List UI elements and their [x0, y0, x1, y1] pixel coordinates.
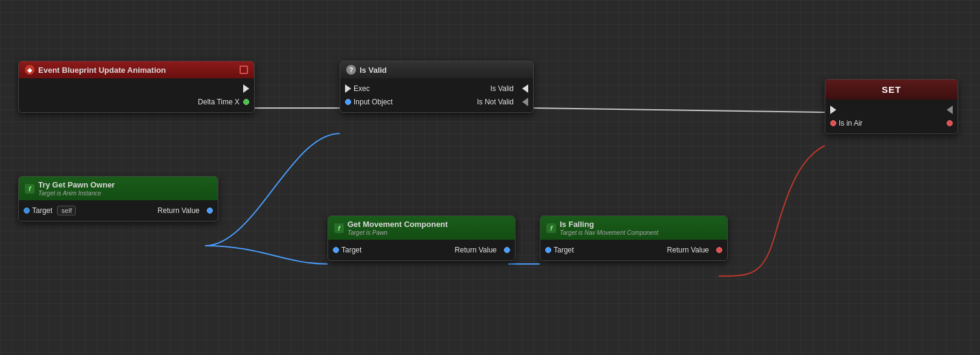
- set-is-in-air-in: Is in Air: [830, 119, 862, 127]
- get-movement-icon: f: [334, 223, 344, 233]
- is-valid-title: Is Valid: [360, 66, 387, 75]
- is-falling-node: f Is Falling Target is Nav Movement Comp…: [540, 215, 728, 261]
- set-is-in-air-row: Is in Air: [825, 117, 958, 130]
- set-node-header: SET: [825, 79, 958, 100]
- get-movement-target-in: Target: [333, 246, 361, 254]
- is-falling-header-text: Is Falling Target is Nav Movement Compon…: [560, 220, 659, 236]
- event-exec-out-row: [19, 82, 254, 95]
- set-exec-in-pin: [830, 106, 836, 114]
- get-movement-subtitle: Target is Pawn: [347, 229, 448, 236]
- is-valid-exec-in-label: Exec: [354, 84, 370, 93]
- is-valid-exec-in-pin: [345, 84, 351, 93]
- event-delta-time-pin: [243, 99, 249, 105]
- event-node-title: Event Blueprint Update Animation: [38, 66, 166, 75]
- get-movement-return-label: Return Value: [455, 246, 497, 254]
- try-get-pawn-return-label: Return Value: [158, 206, 200, 215]
- try-get-pawn-header: f Try Get Pawn Owner Target is Anim Inst…: [19, 177, 218, 200]
- get-movement-body: Target Return Value: [328, 240, 515, 260]
- is-valid-body: Exec Is Valid Input Object Is Not Valid: [340, 78, 533, 112]
- is-falling-return: Return Value: [667, 246, 722, 254]
- is-valid-exec-out: Is Valid: [491, 84, 528, 93]
- try-get-pawn-icon: f: [25, 184, 35, 194]
- try-get-pawn-return-pin: [207, 208, 213, 214]
- try-get-pawn-node: f Try Get Pawn Owner Target is Anim Inst…: [18, 176, 218, 221]
- get-movement-target-pin: [333, 247, 339, 253]
- event-delta-time-row: Delta Time X: [19, 95, 254, 109]
- event-close-icon[interactable]: [240, 66, 248, 74]
- try-get-pawn-title: Try Get Pawn Owner: [38, 180, 115, 189]
- get-movement-node: f Get Movement Component Target is Pawn …: [327, 215, 515, 261]
- get-movement-target-row: Target Return Value: [328, 243, 515, 257]
- try-get-pawn-target-label: Target: [32, 206, 52, 215]
- get-movement-target-label: Target: [341, 246, 361, 254]
- event-exec-out-pin: [243, 84, 249, 93]
- is-not-valid-pin: [522, 98, 528, 106]
- try-get-pawn-target-row: Target self Return Value: [19, 204, 218, 217]
- try-get-pawn-header-text: Try Get Pawn Owner Target is Anim Instan…: [38, 180, 115, 197]
- get-movement-header-text: Get Movement Component Target is Pawn: [347, 220, 448, 236]
- get-movement-return: Return Value: [455, 246, 510, 254]
- is-valid-header: ? Is Valid: [340, 61, 533, 78]
- get-movement-title: Get Movement Component: [347, 220, 448, 229]
- get-movement-return-pin: [504, 247, 510, 253]
- is-valid-input-pin: [345, 99, 351, 105]
- event-delta-time-label: Delta Time X: [198, 98, 240, 106]
- try-get-pawn-target-in: Target self: [24, 206, 78, 215]
- try-get-pawn-self-label: self: [57, 206, 76, 215]
- event-icon: ◆: [25, 65, 35, 75]
- is-falling-header: f Is Falling Target is Nav Movement Comp…: [540, 216, 727, 240]
- is-valid-out-label: Is Valid: [491, 84, 514, 93]
- set-node-title: SET: [882, 84, 901, 95]
- is-falling-target-row: Target Return Value: [540, 243, 727, 257]
- is-valid-icon: ?: [346, 65, 356, 75]
- is-valid-input-row: Input Object Is Not Valid: [340, 95, 533, 109]
- is-falling-subtitle: Target is Nav Movement Component: [560, 229, 659, 236]
- is-valid-exec-out-pin: [522, 84, 528, 93]
- set-node: SET Is in Air: [825, 79, 958, 134]
- is-not-valid-label: Is Not Valid: [477, 98, 514, 106]
- set-exec-row: [825, 103, 958, 117]
- is-falling-target-pin: [545, 247, 551, 253]
- is-valid-input-object: Input Object: [345, 98, 393, 106]
- is-falling-target-label: Target: [554, 246, 574, 254]
- is-falling-return-label: Return Value: [667, 246, 709, 254]
- is-valid-input-label: Input Object: [354, 98, 393, 106]
- event-node-header: ◆ Event Blueprint Update Animation: [19, 61, 254, 78]
- set-is-in-air-label: Is in Air: [839, 119, 862, 127]
- is-falling-return-pin: [716, 247, 722, 253]
- try-get-pawn-subtitle: Target is Anim Instance: [38, 190, 115, 197]
- get-movement-header: f Get Movement Component Target is Pawn: [328, 216, 515, 240]
- event-node: ◆ Event Blueprint Update Animation Delta…: [18, 61, 255, 113]
- set-is-in-air-pin: [830, 120, 836, 126]
- is-falling-title: Is Falling: [560, 220, 659, 229]
- is-falling-icon: f: [546, 223, 556, 233]
- try-get-pawn-target-pin: [24, 208, 30, 214]
- set-is-in-air-out-pin: [947, 120, 953, 126]
- is-valid-node: ? Is Valid Exec Is Valid Input Object Is…: [340, 61, 534, 113]
- set-node-body: Is in Air: [825, 100, 958, 134]
- is-valid-exec-in: Exec: [345, 84, 370, 93]
- try-get-pawn-return: Return Value: [158, 206, 213, 215]
- is-falling-body: Target Return Value: [540, 240, 727, 260]
- is-valid-not-valid: Is Not Valid: [477, 98, 528, 106]
- set-exec-out-pin: [947, 106, 953, 114]
- try-get-pawn-body: Target self Return Value: [19, 200, 218, 221]
- is-falling-target-in: Target: [545, 246, 574, 254]
- event-node-body: Delta Time X: [19, 78, 254, 112]
- is-valid-exec-row: Exec Is Valid: [340, 82, 533, 95]
